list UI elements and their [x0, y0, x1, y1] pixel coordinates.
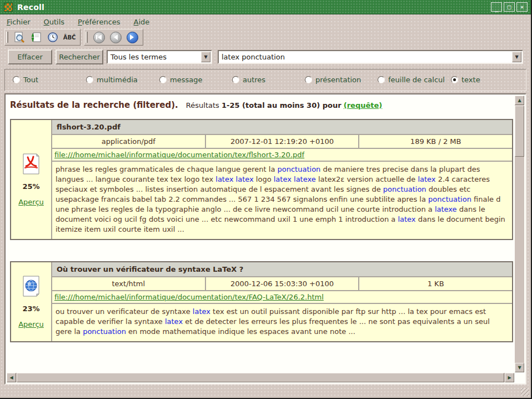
- search-mode-select[interactable]: Tous les termes ▼: [107, 50, 212, 64]
- results-header: Résultats de la recherche (filtered). Ré…: [10, 100, 513, 110]
- maximize-button[interactable]: □: [504, 2, 515, 12]
- resize-grip[interactable]: [521, 388, 529, 396]
- term-explorer-icon[interactable]: ÂBĈ: [62, 31, 77, 44]
- radio-circle-icon: [378, 76, 385, 83]
- radio-multimedia[interactable]: multimédia: [86, 76, 138, 84]
- result-filetype-icon: [22, 275, 41, 297]
- query-link[interactable]: (requête): [344, 101, 383, 109]
- relevance-percent: 23%: [22, 305, 39, 313]
- chevron-down-icon[interactable]: ▼: [512, 52, 521, 62]
- radio-autres[interactable]: autres: [232, 76, 265, 84]
- radio-circle-icon: [305, 76, 312, 83]
- minimize-button[interactable]: _: [491, 2, 502, 12]
- result-date: 2007-12-01 12:19:20 +0100: [206, 135, 359, 148]
- radio-circle-icon: [232, 76, 239, 83]
- results-range: 1-25 (total au moins 30) pour: [222, 101, 342, 109]
- toolbar-group-main: ÂBĈ: [4, 29, 81, 46]
- toolbar-handle[interactable]: [6, 32, 8, 43]
- result-block: 23% Aperçu Où trouver un vérificateur de…: [10, 261, 513, 342]
- query-input[interactable]: latex ponctuation ▼: [218, 50, 523, 64]
- radio-circle-icon: [159, 76, 167, 83]
- radio-circle-icon: [13, 76, 20, 83]
- search-button[interactable]: Rechercher: [56, 49, 103, 64]
- query-input-value: latex ponctuation: [219, 53, 512, 61]
- menu-preferences[interactable]: Préférences: [78, 18, 120, 26]
- result-url-link[interactable]: file:///home/michael/informatique/docume…: [54, 151, 304, 159]
- result-block: 25% Aperçu flshort-3.20.pdf application/…: [10, 119, 513, 240]
- app-icon: [4, 3, 13, 12]
- radio-presentation[interactable]: présentation: [305, 76, 361, 84]
- result-size: 1 KB: [359, 277, 512, 290]
- scroll-up-icon[interactable]: ▲: [515, 96, 524, 105]
- result-mime-type: text/html: [52, 277, 205, 290]
- horizontal-scrollbar-thumb[interactable]: [17, 373, 504, 382]
- go-first-page-icon[interactable]: [92, 31, 106, 44]
- relevance-percent: 25%: [22, 182, 39, 191]
- result-filetype-icon: [22, 153, 41, 175]
- chevron-down-icon[interactable]: ▼: [201, 52, 210, 62]
- html-page-icon: [22, 275, 41, 297]
- clear-button[interactable]: Effacer: [8, 49, 52, 64]
- result-url-row: file:///home/michael/informatique/docume…: [52, 291, 512, 303]
- toolbar: ÂBĈ: [4, 29, 143, 46]
- radio-texte[interactable]: texte: [451, 76, 480, 84]
- preview-link[interactable]: Aperçu: [18, 198, 44, 206]
- result-size: 189 KB / 2 MB: [359, 135, 512, 148]
- close-button[interactable]: ✕: [516, 2, 528, 12]
- menu-fichier[interactable]: Fichier: [7, 18, 31, 26]
- result-title: flshort-3.20.pdf: [52, 120, 512, 134]
- result-snippet: ou trouver un verificateur de syntaxe la…: [52, 304, 512, 341]
- menu-aide[interactable]: Aide: [134, 18, 150, 26]
- radio-feuille-de-calcul[interactable]: feuille de calcul: [378, 76, 445, 84]
- titlebar: Recoll _ □ ✕: [0, 0, 531, 14]
- radio-circle-icon: [451, 76, 458, 83]
- results-title: Résultats de la recherche (filtered).: [10, 100, 178, 110]
- filter-frame: Tout multimédia message autres présentat…: [4, 69, 526, 91]
- scroll-right-icon[interactable]: ▶: [505, 373, 514, 382]
- result-title: Où trouver un vérificateur de syntaxe La…: [52, 262, 512, 276]
- scroll-down-icon[interactable]: ▼: [515, 363, 524, 372]
- result-left-column: 25% Aperçu: [11, 120, 51, 239]
- radio-tout[interactable]: Tout: [13, 76, 38, 84]
- window-title: Recoll: [17, 3, 44, 12]
- radio-circle-icon: [86, 76, 93, 83]
- history-clock-icon[interactable]: [46, 31, 60, 44]
- menubar: Fichier Outils Préférences Aide: [0, 15, 531, 28]
- results-list: Résultats de la recherche (filtered). Ré…: [7, 96, 514, 372]
- result-details-row: application/pdf 2007-12-01 12:19:20 +010…: [52, 135, 512, 148]
- go-previous-page-icon[interactable]: [108, 31, 123, 44]
- toolbar-group-nav: [84, 29, 143, 46]
- result-url-row: file:///home/michael/informatique/docume…: [52, 149, 512, 161]
- results-count-prefix: Résultats: [186, 101, 219, 109]
- result-url-link[interactable]: file:///home/michael/informatique/docume…: [54, 293, 324, 301]
- menu-outils[interactable]: Outils: [44, 18, 65, 26]
- result-date: 2000-12-06 15:03:30 +0100: [206, 277, 359, 290]
- vertical-scrollbar[interactable]: ▲ ▼: [515, 96, 524, 372]
- result-details-row: text/html 2000-12-06 15:03:30 +0100 1 KB: [52, 277, 512, 290]
- result-left-column: 23% Aperçu: [11, 262, 51, 341]
- go-next-page-icon[interactable]: [125, 31, 139, 44]
- scroll-left-icon[interactable]: ◀: [7, 373, 16, 382]
- toolbar-handle[interactable]: [86, 32, 88, 43]
- results-panel: Résultats de la recherche (filtered). Ré…: [4, 93, 526, 385]
- document-preview-icon[interactable]: [12, 31, 27, 44]
- radio-message[interactable]: message: [159, 76, 202, 84]
- result-mime-type: application/pdf: [52, 135, 205, 148]
- update-index-icon[interactable]: [29, 31, 43, 44]
- horizontal-scrollbar[interactable]: ◀ ▶: [7, 373, 514, 382]
- vertical-scrollbar-thumb[interactable]: [515, 106, 524, 157]
- pdf-icon: [22, 153, 41, 175]
- result-snippet: phrase les regles grammaticales de chaqu…: [52, 162, 512, 239]
- preview-link[interactable]: Aperçu: [18, 320, 44, 328]
